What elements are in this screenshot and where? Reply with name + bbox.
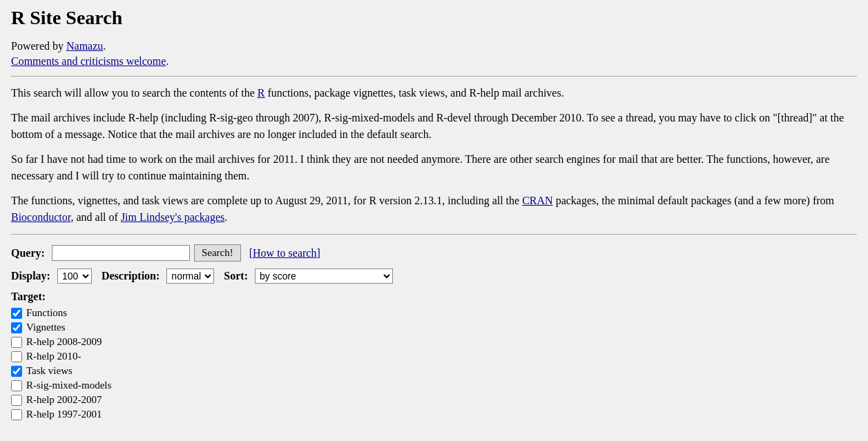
options-row: Display: 100 20 50 200 Description: norm… (11, 268, 857, 284)
checkbox-rhelp-2008[interactable] (11, 337, 22, 348)
label-rhelp-2008: R-help 2008-2009 (26, 336, 102, 348)
divider-1 (11, 76, 857, 77)
sort-select[interactable]: by score by date by title (255, 268, 393, 284)
sort-label: Sort: (224, 270, 248, 282)
description-select[interactable]: normal short long (166, 268, 214, 284)
r-link[interactable]: R (258, 87, 265, 99)
bioconductor-link[interactable]: Bioconductor (11, 211, 70, 223)
checkbox-functions[interactable] (11, 308, 22, 319)
target-sig-mixed: R-sig-mixed-models (11, 380, 857, 391)
search-form: Query: Search! [How to search] Display: … (11, 244, 857, 420)
label-sig-mixed: R-sig-mixed-models (26, 380, 111, 391)
description-1: This search will allow you to search the… (11, 85, 857, 101)
checkbox-task-views[interactable] (11, 366, 22, 377)
checkbox-vignettes[interactable] (11, 322, 22, 333)
display-label: Display: (11, 270, 50, 282)
powered-by-text: Powered by Namazu. (11, 40, 857, 52)
query-label: Query: (11, 247, 45, 259)
description-label: Description: (102, 270, 160, 282)
target-section: Target: Functions Vignettes R-help 2008-… (11, 291, 857, 420)
target-label: Target: (11, 291, 857, 303)
target-rhelp-2010: R-help 2010- (11, 351, 857, 362)
checkbox-rhelp-2002[interactable] (11, 395, 22, 406)
checkbox-rhelp-2010[interactable] (11, 351, 22, 362)
namazu-link[interactable]: Namazu (66, 40, 103, 52)
display-select[interactable]: 100 20 50 200 (57, 268, 92, 284)
query-row: Query: Search! [How to search] (11, 244, 857, 262)
label-rhelp-2010: R-help 2010- (26, 351, 81, 362)
how-to-search-link[interactable]: [How to search] (249, 247, 320, 259)
description-4: The functions, vignettes, and task views… (11, 193, 857, 226)
target-rhelp-1997: R-help 1997-2001 (11, 409, 857, 420)
label-task-views: Task views (26, 365, 73, 377)
search-button[interactable]: Search! (194, 244, 241, 262)
label-rhelp-2002: R-help 2002-2007 (26, 394, 102, 406)
target-rhelp-2008: R-help 2008-2009 (11, 336, 857, 348)
checkbox-rhelp-1997[interactable] (11, 409, 22, 420)
label-vignettes: Vignettes (26, 322, 66, 333)
target-rhelp-2002: R-help 2002-2007 (11, 394, 857, 406)
page-title: R Site Search (11, 7, 857, 29)
target-vignettes: Vignettes (11, 322, 857, 333)
query-input[interactable] (52, 245, 190, 261)
comments-link[interactable]: Comments and criticisms welcome (11, 55, 166, 67)
divider-2 (11, 234, 857, 235)
label-rhelp-1997: R-help 1997-2001 (26, 409, 102, 420)
target-functions: Functions (11, 307, 857, 319)
jim-lindsey-link[interactable]: Jim Lindsey's packages (121, 211, 224, 223)
cran-link[interactable]: CRAN (522, 195, 552, 206)
target-task-views: Task views (11, 365, 857, 377)
description-3: So far I have not had time to work on th… (11, 151, 857, 184)
description-2: The mail archives include R-help (includ… (11, 110, 857, 143)
label-functions: Functions (26, 307, 67, 319)
checkbox-sig-mixed[interactable] (11, 380, 22, 391)
